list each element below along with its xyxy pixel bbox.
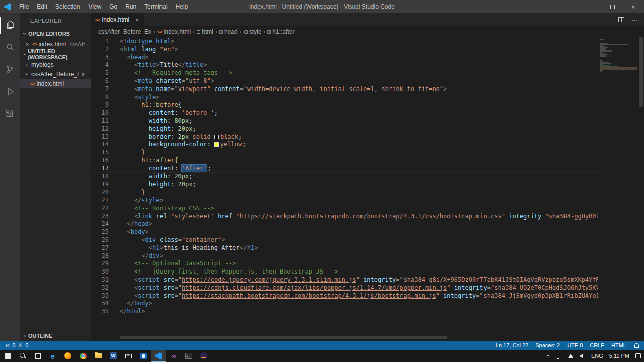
line-number[interactable]: 26 xyxy=(91,236,119,244)
maximize-button[interactable] xyxy=(602,0,623,13)
code-line-29[interactable]: 29 <!-- Optional JavaScript --> xyxy=(91,260,644,268)
line-number[interactable]: 3 xyxy=(91,54,119,62)
code-line-35[interactable]: 35</html> xyxy=(91,308,644,316)
code-line-6[interactable]: 6 <meta charset="utf-8"> xyxy=(91,77,644,85)
vscode-taskbar-button[interactable] xyxy=(151,350,166,362)
line-number[interactable]: 12 xyxy=(91,125,119,133)
line-number[interactable]: 27 xyxy=(91,244,119,252)
file-explorer-taskbar-button[interactable] xyxy=(91,350,106,362)
horizontal-scrollbar-thumb[interactable] xyxy=(120,336,447,339)
extensions-activity-button[interactable] xyxy=(0,103,20,125)
code-editor[interactable]: 1<!doctype html>2<html lang="en">3 <head… xyxy=(91,37,644,341)
firefox-taskbar-button[interactable] xyxy=(60,350,75,362)
code-line-33[interactable]: 33 <script src="https://stackpath.bootst… xyxy=(91,292,644,300)
line-number[interactable]: 25 xyxy=(91,228,119,236)
minimize-button[interactable] xyxy=(581,0,602,13)
line-number[interactable]: 24 xyxy=(91,220,119,228)
code-line-21[interactable]: 21 </style> xyxy=(91,197,644,205)
line-number[interactable]: 22 xyxy=(91,205,119,213)
line-number[interactable]: 16 xyxy=(91,157,119,165)
hidden-icons-button[interactable]: › xyxy=(544,350,552,362)
code-line-7[interactable]: 7 <meta name="viewport" content="width=d… xyxy=(91,85,644,94)
line-number[interactable]: 9 xyxy=(91,101,119,109)
eclipse-taskbar-button[interactable] xyxy=(196,350,211,362)
sidebar-item-myblogs[interactable]: › myblogs xyxy=(20,60,91,69)
workspace-header[interactable]: › UNTITLED (WORKSPACE) xyxy=(20,49,91,60)
more-actions-icon[interactable]: ⋯ xyxy=(631,16,638,24)
line-number[interactable]: 31 xyxy=(91,276,119,284)
run-debug-activity-button[interactable] xyxy=(0,80,20,103)
line-number[interactable]: 5 xyxy=(91,69,119,77)
photos-taskbar-button[interactable] xyxy=(136,350,151,362)
open-editors-header[interactable]: › OPEN EDITORS xyxy=(20,28,91,39)
code-line-26[interactable]: 26 <div class="container"> xyxy=(91,236,644,244)
code-line-19[interactable]: 19 height: 20px; xyxy=(91,180,644,189)
code-line-14[interactable]: 14 background-color: yellow; xyxy=(91,141,644,149)
code-line-4[interactable]: 4 <title>Title</title> xyxy=(91,61,644,69)
search-activity-button[interactable] xyxy=(0,36,20,58)
menu-selection[interactable]: Selection xyxy=(51,0,84,13)
volume-tray-button[interactable] xyxy=(577,350,588,362)
code-line-31[interactable]: 31 <script src="https://code.jquery.com/… xyxy=(91,276,644,284)
code-line-32[interactable]: 32 <script src="https://cdnjs.cloudflare… xyxy=(91,284,644,292)
vertical-scrollbar-thumb[interactable] xyxy=(639,37,643,107)
line-number[interactable]: 11 xyxy=(91,117,119,125)
visual-studio-taskbar-button[interactable]: ∞ xyxy=(166,350,181,362)
breadcrumb-item[interactable]: h1::after xyxy=(267,28,294,35)
sidebar-item-cssafter-before-ex[interactable]: › cssAfter_Before_Ex xyxy=(20,69,91,79)
display-tray-button[interactable] xyxy=(552,350,565,362)
start-button[interactable] xyxy=(0,350,15,362)
code-line-23[interactable]: 23 <link rel="stylesheet" href="https://… xyxy=(91,213,644,221)
code-line-13[interactable]: 13 border: 2px solid black; xyxy=(91,133,644,141)
action-center-button[interactable] xyxy=(632,350,644,362)
clock[interactable]: 5:11 PM xyxy=(606,350,632,362)
code-line-9[interactable]: 9 h1::before{ xyxy=(91,101,644,109)
code-line-15[interactable]: 15 } xyxy=(91,149,644,157)
taskbar-search-button[interactable] xyxy=(15,350,30,362)
code-line-2[interactable]: 2<html lang="en"> xyxy=(91,46,644,54)
line-number[interactable]: 33 xyxy=(91,292,119,300)
notifications-bell-icon[interactable] xyxy=(634,343,639,347)
code-line-25[interactable]: 25 <body> xyxy=(91,228,644,236)
language-mode[interactable]: HTML xyxy=(611,342,626,348)
line-number[interactable]: 30 xyxy=(91,268,119,276)
code-line-34[interactable]: 34 </body> xyxy=(91,300,644,308)
breadcrumb-item[interactable]: cssAfter_Before_Ex xyxy=(98,28,151,35)
menu-help[interactable]: Help xyxy=(172,0,192,13)
menu-file[interactable]: File xyxy=(15,0,33,13)
problems-indicator[interactable]: ⊘ 0 ⚠ 0 xyxy=(5,342,28,349)
terminal-taskbar-button[interactable]: >_ xyxy=(181,350,196,362)
split-editor-icon[interactable] xyxy=(618,17,624,22)
breadcrumb-item[interactable]: style xyxy=(244,28,262,35)
menu-view[interactable]: View xyxy=(84,0,105,13)
line-number[interactable]: 28 xyxy=(91,252,119,260)
sidebar-item-index-html[interactable]: <> index.html xyxy=(20,79,91,88)
line-number[interactable]: 21 xyxy=(91,197,119,205)
code-line-8[interactable]: 8 <style> xyxy=(91,94,644,102)
source-control-activity-button[interactable] xyxy=(0,58,20,80)
menu-edit[interactable]: Edit xyxy=(33,0,51,13)
indentation[interactable]: Spaces: 2 xyxy=(535,342,560,348)
code-line-16[interactable]: 16 h1::after{ xyxy=(91,157,644,165)
mail-taskbar-button[interactable] xyxy=(121,350,136,362)
code-line-10[interactable]: 10 content: 'before '; xyxy=(91,109,644,117)
outline-header[interactable]: › OUTLINE xyxy=(20,330,91,341)
eol-sequence[interactable]: CRLF xyxy=(590,342,604,348)
code-line-22[interactable]: 22 <!-- Bootstrap CSS --> xyxy=(91,205,644,213)
breadcrumb-item[interactable]: head xyxy=(219,28,238,35)
line-number[interactable]: 32 xyxy=(91,284,119,292)
task-view-button[interactable] xyxy=(30,350,45,362)
vertical-scrollbar[interactable] xyxy=(639,37,644,341)
line-number[interactable]: 8 xyxy=(91,94,119,102)
encoding[interactable]: UTF-8 xyxy=(567,342,583,348)
line-number[interactable]: 18 xyxy=(91,173,119,181)
line-number[interactable]: 6 xyxy=(91,77,119,85)
line-number[interactable]: 4 xyxy=(91,61,119,69)
line-number[interactable]: 34 xyxy=(91,300,119,308)
breadcrumb-item[interactable]: html xyxy=(197,28,213,35)
code-line-20[interactable]: 20 } xyxy=(91,189,644,197)
word-taskbar-button[interactable]: W xyxy=(106,350,121,362)
line-number[interactable]: 23 xyxy=(91,213,119,221)
menu-go[interactable]: Go xyxy=(105,0,121,13)
code-line-28[interactable]: 28 </div> xyxy=(91,252,644,260)
